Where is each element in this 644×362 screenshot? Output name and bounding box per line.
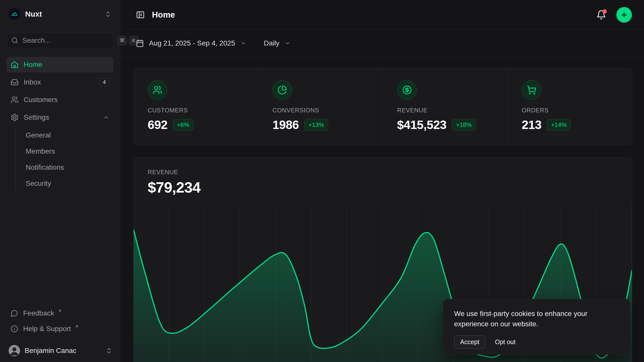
search-box[interactable]: ⌘ K	[7, 33, 113, 48]
info-circle-icon	[11, 325, 18, 333]
sidebar-subitem-general[interactable]: General	[16, 127, 113, 143]
cookie-banner: We use first-party cookies to enhance yo…	[443, 299, 630, 354]
stat-value: 1986	[272, 118, 299, 132]
home-icon	[11, 61, 19, 69]
user-name: Benjamin Canac	[25, 347, 76, 355]
chevron-up-icon	[103, 114, 109, 121]
stat-card-revenue: REVENUE $415,523 +18%	[383, 68, 507, 145]
search-icon	[11, 37, 18, 44]
date-range-picker[interactable]: Aug 21, 2025 - Sep 4, 2025	[136, 39, 246, 47]
nuxt-logo-icon	[9, 8, 21, 20]
stat-value: $415,523	[397, 118, 447, 132]
users-icon	[148, 80, 167, 100]
stat-delta-badge: +13%	[304, 119, 328, 131]
settings-subnav: General Members Notifications Security	[15, 127, 113, 192]
sidebar-footer: Feedback Help & Support	[7, 306, 113, 340]
avatar	[9, 345, 20, 356]
add-button[interactable]	[616, 7, 632, 23]
circle-dollar-icon	[397, 80, 417, 100]
sidebar-subitem-security[interactable]: Security	[16, 175, 113, 192]
chart-total-value: $79,234	[148, 179, 632, 196]
chevron-down-icon	[285, 40, 291, 46]
sidebar-item-help-support[interactable]: Help & Support	[7, 322, 113, 336]
stat-card-customers: CUSTOMERS 692 +6%	[134, 68, 258, 145]
sidebar: Nuxt ⌘ K Home Inbox 4	[0, 0, 120, 362]
sidebar-item-label: Feedback	[23, 309, 54, 317]
stat-value: 213	[522, 118, 542, 132]
team-name: Nuxt	[25, 10, 42, 18]
stat-label: CUSTOMERS	[148, 107, 258, 114]
period-select[interactable]: Daily	[264, 39, 291, 47]
inbox-icon	[11, 78, 19, 86]
chevrons-up-down-icon	[104, 11, 111, 18]
sidebar-item-label: Home	[24, 61, 43, 69]
user-menu[interactable]: Benjamin Canac	[0, 340, 120, 362]
sidebar-item-label: Help & Support	[23, 325, 71, 333]
plus-icon	[620, 11, 628, 19]
stat-value: 692	[148, 118, 168, 132]
sidebar-subitem-members[interactable]: Members	[16, 143, 113, 159]
stat-card-orders: ORDERS 213 +14%	[507, 68, 632, 145]
chevrons-up-down-icon	[105, 347, 112, 354]
sidebar-item-label: Customers	[24, 96, 58, 104]
stats-row: CUSTOMERS 692 +6% CONVERSIONS 1986 +13%	[133, 68, 632, 145]
cookie-actions: Accept Opt out	[454, 335, 619, 349]
calendar-icon	[136, 39, 144, 47]
sidebar-item-feedback[interactable]: Feedback	[7, 306, 113, 321]
sidebar-item-home[interactable]: Home	[7, 57, 113, 72]
filters-toolbar: Aug 21, 2025 - Sep 4, 2025 Daily	[120, 30, 644, 57]
revenue-chart-header: REVENUE $79,234	[134, 158, 632, 196]
sidebar-item-inbox[interactable]: Inbox 4	[7, 74, 113, 90]
stat-delta-badge: +14%	[547, 119, 571, 131]
stat-label: REVENUE	[397, 107, 507, 114]
page-title: Home	[152, 10, 175, 20]
cookie-message: We use first-party cookies to enhance yo…	[454, 309, 605, 329]
period-value: Daily	[264, 39, 279, 47]
opt-out-button[interactable]: Opt out	[495, 338, 515, 346]
stat-card-conversions: CONVERSIONS 1986 +13%	[258, 68, 383, 145]
sidebar-item-settings[interactable]: Settings	[7, 110, 113, 125]
notification-dot	[602, 9, 607, 14]
chart-pie-icon	[272, 80, 292, 100]
gear-icon	[11, 113, 19, 121]
chevron-down-icon	[240, 40, 246, 46]
team-switcher[interactable]: Nuxt	[7, 7, 113, 22]
message-circle-icon	[11, 309, 18, 317]
inbox-count-badge: 4	[99, 78, 109, 86]
sidebar-collapse-button[interactable]	[136, 10, 145, 19]
stat-label: ORDERS	[522, 107, 632, 114]
sidebar-item-label: Settings	[24, 113, 49, 121]
date-range-value: Aug 21, 2025 - Sep 4, 2025	[149, 39, 235, 47]
accept-button[interactable]: Accept	[454, 335, 485, 349]
header-actions	[596, 7, 632, 23]
stat-delta-badge: +6%	[173, 119, 193, 131]
shopping-cart-icon	[522, 80, 541, 100]
sidebar-nav: Home Inbox 4 Customers Settings Ge	[7, 57, 113, 192]
notifications-button[interactable]	[596, 10, 606, 20]
stat-delta-badge: +18%	[452, 119, 476, 131]
page-header: Home	[120, 0, 644, 30]
external-link-icon	[58, 309, 62, 313]
search-input[interactable]	[22, 36, 113, 44]
chart-title: REVENUE	[148, 169, 632, 176]
sidebar-subitem-notifications[interactable]: Notifications	[16, 159, 113, 175]
sidebar-item-label: Inbox	[24, 78, 41, 86]
external-link-icon	[74, 324, 79, 329]
users-icon	[11, 96, 19, 104]
stat-label: CONVERSIONS	[272, 107, 383, 114]
sidebar-item-customers[interactable]: Customers	[7, 92, 113, 108]
